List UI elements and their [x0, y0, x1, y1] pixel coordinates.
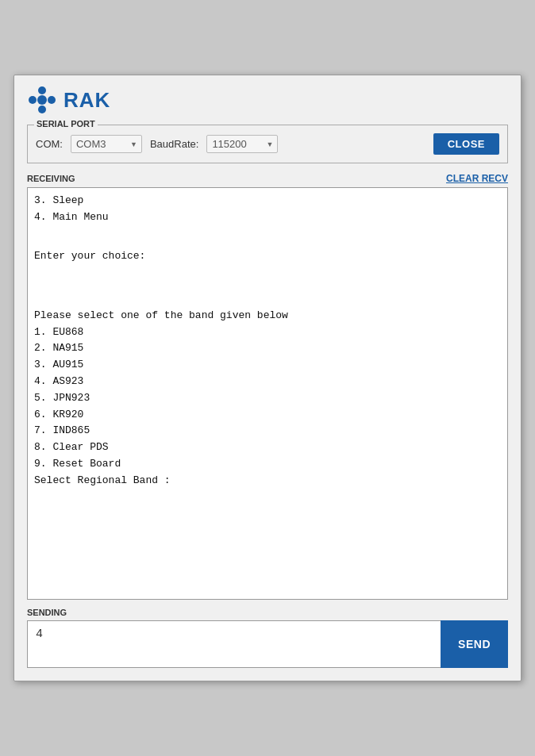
logo-text: RAK — [64, 88, 110, 113]
sending-section: SENDING SEND — [27, 608, 508, 668]
com-select-wrapper[interactable]: COM3 COM1 COM2 COM4 — [71, 135, 142, 153]
svg-point-1 — [38, 86, 46, 94]
send-input[interactable] — [27, 620, 441, 668]
com-label: COM: — [36, 138, 63, 150]
baudrate-label: BaudRate: — [150, 138, 198, 150]
main-window: RAK SERIAL PORT COM: COM3 COM1 COM2 COM4… — [13, 75, 522, 681]
header: RAK — [27, 85, 508, 115]
sending-header: SENDING — [27, 608, 508, 617]
close-button[interactable]: CLOSE — [433, 133, 499, 155]
receiving-box: 3. Sleep4. Main Menu Enter your choice: … — [27, 187, 508, 600]
serial-port-row: COM: COM3 COM1 COM2 COM4 BaudRate: 11520… — [36, 133, 499, 155]
svg-point-4 — [48, 96, 56, 104]
svg-point-2 — [38, 106, 46, 113]
com-select[interactable]: COM3 COM1 COM2 COM4 — [71, 135, 142, 153]
svg-point-3 — [29, 96, 37, 104]
clear-recv-button[interactable]: CLEAR RECV — [446, 173, 508, 184]
receiving-section: RECEIVING CLEAR RECV 3. Sleep4. Main Men… — [27, 173, 508, 600]
sending-row: SEND — [27, 620, 508, 668]
send-button[interactable]: SEND — [441, 620, 508, 668]
serial-port-label: SERIAL PORT — [34, 119, 98, 129]
serial-port-group: SERIAL PORT COM: COM3 COM1 COM2 COM4 Bau… — [27, 125, 508, 163]
sending-title: SENDING — [27, 608, 67, 617]
baudrate-select[interactable]: 115200 9600 19200 38400 57600 — [206, 135, 278, 153]
svg-point-0 — [37, 95, 47, 105]
baudrate-select-wrapper[interactable]: 115200 9600 19200 38400 57600 — [206, 135, 278, 153]
receiving-title: RECEIVING — [27, 174, 75, 183]
rak-logo-icon — [27, 85, 57, 115]
receiving-header: RECEIVING CLEAR RECV — [27, 173, 508, 184]
